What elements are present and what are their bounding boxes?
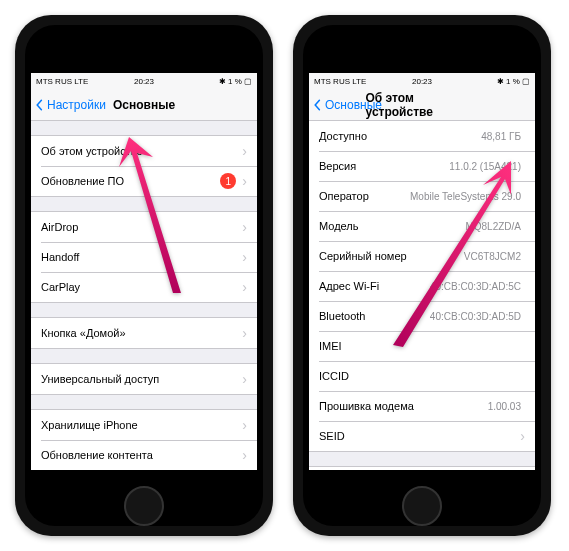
- row-label: AirDrop: [41, 221, 78, 233]
- settings-row[interactable]: Хранилище iPhone›: [31, 410, 257, 440]
- status-battery: ✱ 1 % ▢: [497, 77, 530, 86]
- row-label: Доступно: [319, 130, 367, 142]
- settings-row[interactable]: Версия11.0.2 (15A421): [309, 151, 535, 181]
- status-carrier: MTS RUS LTE: [36, 77, 88, 86]
- settings-group: Об этом устройстве›Обновление ПО1›: [31, 135, 257, 197]
- page-title: Об этом устройстве: [366, 91, 479, 119]
- row-value: 40:CB:C0:3D:AD:5C: [379, 281, 525, 292]
- settings-group: Универсальный доступ›: [31, 363, 257, 395]
- settings-row[interactable]: Кнопка «Домой»›: [31, 318, 257, 348]
- chevron-right-icon: ›: [242, 144, 247, 158]
- home-button[interactable]: [402, 486, 442, 526]
- phone-right: MTS RUS LTE 20:23 ✱ 1 % ▢ Основные Об эт…: [293, 15, 551, 536]
- chevron-right-icon: ›: [242, 326, 247, 340]
- settings-row[interactable]: SEID›: [309, 421, 535, 451]
- row-label: Модель: [319, 220, 358, 232]
- chevron-right-icon: ›: [242, 280, 247, 294]
- row-label: Хранилище iPhone: [41, 419, 138, 431]
- row-label: Кнопка «Домой»: [41, 327, 126, 339]
- screen-left: MTS RUS LTE 20:23 ✱ 1 % ▢ Настройки Осно…: [31, 73, 257, 470]
- settings-row[interactable]: ICCID: [309, 361, 535, 391]
- status-carrier: MTS RUS LTE: [314, 77, 366, 86]
- settings-group: AirDrop›Handoff›CarPlay›: [31, 211, 257, 303]
- settings-group: Доступно48,81 ГБВерсия11.0.2 (15A421)Опе…: [309, 121, 535, 452]
- page-title: Основные: [113, 98, 175, 112]
- row-value: 48,81 ГБ: [367, 131, 525, 142]
- settings-row[interactable]: CarPlay›: [31, 272, 257, 302]
- settings-row[interactable]: Прошивка модема1.00.03: [309, 391, 535, 421]
- chevron-right-icon: ›: [242, 174, 247, 188]
- settings-row[interactable]: IMEI: [309, 331, 535, 361]
- status-battery: ✱ 1 % ▢: [219, 77, 252, 86]
- row-label: CarPlay: [41, 281, 80, 293]
- row-label: Об этом устройстве: [41, 145, 143, 157]
- settings-row[interactable]: МодельMQ8L2ZD/A: [309, 211, 535, 241]
- chevron-right-icon: ›: [520, 429, 525, 443]
- settings-row[interactable]: Handoff›: [31, 242, 257, 272]
- chevron-right-icon: ›: [242, 250, 247, 264]
- status-time: 20:23: [134, 77, 154, 86]
- row-label: ICCID: [319, 370, 349, 382]
- row-value: Mobile TeleSystems 29.0: [369, 191, 525, 202]
- row-value: MQ8L2ZD/A: [358, 221, 525, 232]
- row-label: Bluetooth: [319, 310, 365, 322]
- row-label: Handoff: [41, 251, 79, 263]
- row-label: Оператор: [319, 190, 369, 202]
- settings-row[interactable]: AirDrop›: [31, 212, 257, 242]
- row-value: 1.00.03: [414, 401, 525, 412]
- settings-row[interactable]: Доступно48,81 ГБ: [309, 121, 535, 151]
- about-list: Доступно48,81 ГБВерсия11.0.2 (15A421)Опе…: [309, 121, 535, 470]
- row-label: SEID: [319, 430, 345, 442]
- settings-row[interactable]: Правовые документы›: [309, 467, 535, 470]
- chevron-right-icon: ›: [242, 448, 247, 462]
- badge: 1: [220, 173, 236, 189]
- settings-row[interactable]: Об этом устройстве›: [31, 136, 257, 166]
- row-label: Обновление контента: [41, 449, 153, 461]
- status-time: 20:23: [412, 77, 432, 86]
- row-value: 11.0.2 (15A421): [356, 161, 525, 172]
- settings-row[interactable]: Обновление контента›: [31, 440, 257, 470]
- row-label: Серийный номер: [319, 250, 407, 262]
- screen-right: MTS RUS LTE 20:23 ✱ 1 % ▢ Основные Об эт…: [309, 73, 535, 470]
- settings-row[interactable]: Обновление ПО1›: [31, 166, 257, 196]
- settings-row[interactable]: Универсальный доступ›: [31, 364, 257, 394]
- settings-row[interactable]: Адрес Wi-Fi40:CB:C0:3D:AD:5C: [309, 271, 535, 301]
- settings-row[interactable]: ОператорMobile TeleSystems 29.0: [309, 181, 535, 211]
- chevron-right-icon: ›: [242, 372, 247, 386]
- status-bar: MTS RUS LTE 20:23 ✱ 1 % ▢: [309, 73, 535, 89]
- settings-row[interactable]: Серийный номерVC6T8JCM2: [309, 241, 535, 271]
- row-label: Версия: [319, 160, 356, 172]
- settings-group: Хранилище iPhone›Обновление контента›: [31, 409, 257, 470]
- row-label: Обновление ПО: [41, 175, 124, 187]
- settings-group: Правовые документы›: [309, 466, 535, 470]
- chevron-left-icon: [33, 99, 45, 111]
- row-label: Адрес Wi-Fi: [319, 280, 379, 292]
- row-label: Универсальный доступ: [41, 373, 159, 385]
- status-bar: MTS RUS LTE 20:23 ✱ 1 % ▢: [31, 73, 257, 89]
- nav-bar: Основные Об этом устройстве: [309, 89, 535, 121]
- row-value: VC6T8JCM2: [407, 251, 525, 262]
- chevron-left-icon: [311, 99, 323, 111]
- settings-list: Об этом устройстве›Обновление ПО1›AirDro…: [31, 121, 257, 470]
- settings-row[interactable]: Bluetooth40:CB:C0:3D:AD:5D: [309, 301, 535, 331]
- back-label: Настройки: [47, 98, 106, 112]
- chevron-right-icon: ›: [242, 220, 247, 234]
- back-button[interactable]: Настройки: [31, 98, 106, 112]
- chevron-right-icon: ›: [242, 418, 247, 432]
- row-value: 40:CB:C0:3D:AD:5D: [365, 311, 525, 322]
- home-button[interactable]: [124, 486, 164, 526]
- phone-left: MTS RUS LTE 20:23 ✱ 1 % ▢ Настройки Осно…: [15, 15, 273, 536]
- nav-bar: Настройки Основные: [31, 89, 257, 121]
- row-label: IMEI: [319, 340, 342, 352]
- row-label: Прошивка модема: [319, 400, 414, 412]
- settings-group: Кнопка «Домой»›: [31, 317, 257, 349]
